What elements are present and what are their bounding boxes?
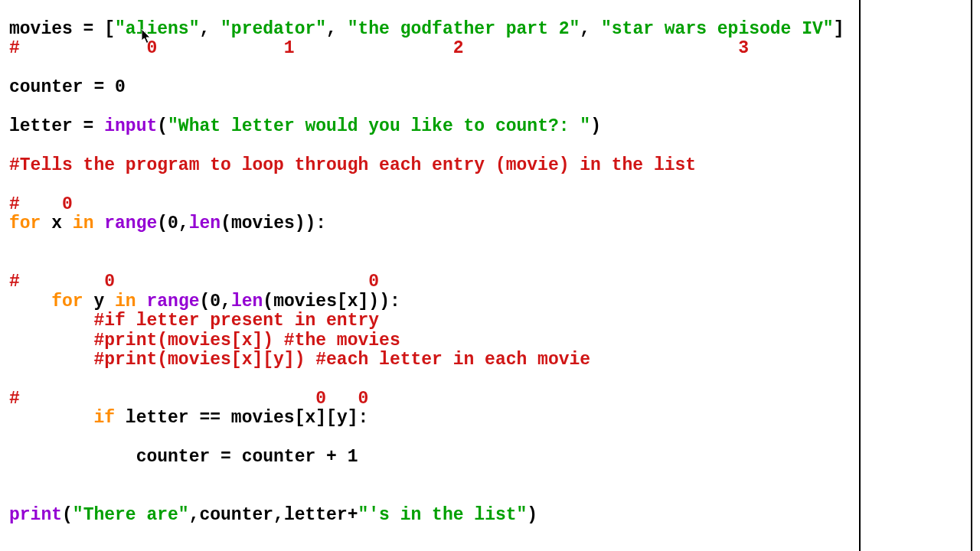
code-token: #print(movies[x]) #the movies — [93, 331, 400, 350]
code-editor[interactable]: movies = ["aliens", "predator", "the god… — [0, 0, 856, 551]
code-token — [9, 331, 93, 350]
code-token: input — [104, 116, 157, 136]
code-token: if — [93, 408, 115, 428]
code-token: print — [9, 505, 62, 525]
code-token: len — [189, 214, 220, 233]
code-token: ( — [62, 505, 73, 525]
code-token: (movies)): — [220, 214, 326, 233]
code-token: for — [51, 292, 83, 311]
code-token: #Tells the program to loop through each … — [9, 155, 696, 175]
code-token — [136, 292, 147, 311]
code-line: counter = 0 — [9, 78, 856, 97]
code-token: in — [73, 214, 94, 233]
code-token: (0, — [157, 214, 188, 233]
code-token — [9, 311, 93, 331]
code-token: "the godfather part 2" — [348, 19, 580, 39]
code-token: ,counter,letter+ — [189, 505, 358, 525]
code-token — [9, 350, 93, 370]
code-line — [9, 370, 856, 389]
code-token: (0, — [200, 292, 231, 311]
code-token: (movies[x])): — [263, 292, 400, 311]
code-line: # 0 0 — [9, 272, 856, 292]
code-token: , — [199, 19, 220, 39]
code-token: letter = — [9, 116, 104, 136]
code-token — [93, 214, 104, 233]
window-edge — [971, 0, 972, 551]
code-line: # 0 0 — [9, 390, 856, 409]
code-token: # 0 1 2 3 — [9, 38, 749, 58]
code-token: # 0 — [9, 194, 73, 214]
code-token: letter == movies[x][y]: — [115, 408, 368, 428]
code-token: for — [9, 214, 41, 233]
code-line: for x in range(0,len(movies)): — [9, 214, 856, 233]
code-line: counter = counter + 1 — [9, 448, 856, 467]
code-line: for y in range(0,len(movies[x])): — [9, 292, 856, 311]
code-token: "aliens" — [115, 19, 199, 39]
pane-divider — [859, 0, 861, 551]
code-token: "What letter would you like to count?: " — [168, 116, 590, 136]
code-line: #Tells the program to loop through each … — [9, 156, 856, 175]
code-token: ] — [834, 19, 844, 39]
code-token: ( — [157, 116, 168, 136]
code-token — [9, 408, 93, 428]
code-line: print("There are",counter,letter+"'s in … — [9, 506, 856, 525]
code-line — [9, 233, 856, 253]
code-token: ) — [527, 505, 537, 525]
code-token: in — [115, 292, 136, 311]
code-token: range — [146, 292, 199, 311]
code-line — [9, 98, 856, 117]
code-token: ) — [590, 116, 601, 136]
code-line: letter = input("What letter would you li… — [9, 117, 856, 136]
code-line: # 0 — [9, 195, 856, 214]
code-token: range — [104, 214, 157, 233]
code-token — [9, 292, 51, 311]
code-line — [9, 136, 856, 155]
code-token: , — [326, 19, 348, 39]
code-line: #if letter present in entry — [9, 311, 856, 331]
code-line — [9, 253, 856, 272]
code-line: #print(movies[x][y]) #each letter in eac… — [9, 350, 856, 370]
code-token: x — [41, 214, 72, 233]
code-line — [9, 467, 856, 486]
code-line: if letter == movies[x][y]: — [9, 409, 856, 428]
code-line: movies = ["aliens", "predator", "the god… — [9, 20, 856, 39]
code-token: counter = counter + 1 — [9, 447, 358, 467]
code-line: # 0 1 2 3 — [9, 39, 856, 58]
code-token: y — [83, 292, 115, 311]
code-token: "predator" — [220, 19, 326, 39]
code-token: #print(movies[x][y]) #each letter in eac… — [93, 350, 590, 370]
code-token: , — [580, 19, 601, 39]
code-token: counter = 0 — [9, 77, 126, 97]
code-line — [9, 487, 856, 506]
code-line — [9, 429, 856, 448]
code-token: "'s in the list" — [358, 505, 528, 525]
code-line — [9, 59, 856, 78]
code-line — [9, 175, 856, 194]
code-token: "There are" — [73, 505, 189, 525]
code-token: len — [231, 292, 263, 311]
code-token: movies = [ — [9, 19, 115, 39]
code-line: #print(movies[x]) #the movies — [9, 331, 856, 350]
code-token: # 0 0 — [9, 272, 379, 292]
code-token: #if letter present in entry — [93, 311, 379, 331]
code-token: "star wars episode IV" — [601, 19, 834, 39]
code-token: # 0 0 — [9, 389, 368, 409]
